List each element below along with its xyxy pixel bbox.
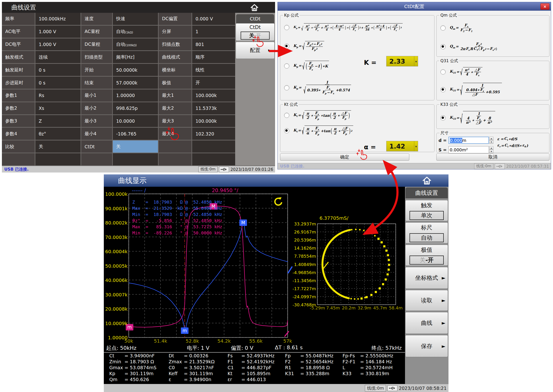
settings-label-cell xyxy=(159,140,191,153)
settings-value-cell[interactable] xyxy=(36,153,80,165)
settings-value-cell[interactable]: 顺序 xyxy=(192,51,236,63)
settings-value-cell[interactable]: 11.5373k xyxy=(192,102,236,114)
radio-q31[interactable] xyxy=(440,87,446,92)
ctdt-toggle-button[interactable]: CtDt 关-开 xyxy=(236,23,275,41)
settings-value-cell[interactable]: 801 xyxy=(192,38,236,50)
cable-length-badge: 线缆:0m xyxy=(474,163,493,169)
sidebar-button-extremum[interactable]: 极值关-开 xyxy=(405,245,448,266)
ctdt-config-button[interactable]: 配置 ► xyxy=(236,42,275,59)
radio-kp[interactable] xyxy=(284,25,289,30)
d-input[interactable]: 0.000m xyxy=(448,137,489,144)
s-input[interactable]: 0.000m² xyxy=(448,146,489,153)
settings-value-cell[interactable] xyxy=(113,153,158,165)
settings-value-cell[interactable]: 线性 xyxy=(192,64,236,76)
extremum-toggle-box[interactable]: 关-开 xyxy=(409,256,444,265)
settings-value-cell[interactable] xyxy=(192,153,236,165)
settings-value-cell[interactable]: 关 xyxy=(113,140,158,153)
settings-value-cell[interactable]: 0 s xyxy=(36,64,80,76)
settings-label-cell: CtDt xyxy=(81,140,112,153)
radio-q31[interactable] xyxy=(440,69,446,75)
main-y-tick: 10.0009k xyxy=(104,321,128,326)
settings-value-cell[interactable]: 0.000 V xyxy=(192,13,236,25)
result-item: Kp= 301.119m xyxy=(109,371,153,376)
settings-value-cell[interactable]: 1.00000 xyxy=(113,90,158,102)
dialog-title: CtDt配置 xyxy=(404,3,424,10)
trigger-value-box[interactable]: 单次 xyxy=(409,211,444,220)
settings-label-cell xyxy=(2,153,35,165)
ctdt-toggle-box[interactable]: 关-开 xyxy=(241,32,270,40)
settings-value-cell[interactable]: 1.000 V xyxy=(36,26,80,38)
settings-value-cell[interactable]: Rs xyxy=(36,90,80,102)
result-item: Dt= 0.00326 xyxy=(169,353,208,358)
settings-label-cell xyxy=(81,153,112,165)
settings-value-cell[interactable]: 连续 xyxy=(36,51,80,63)
settings-value-cell[interactable] xyxy=(192,140,236,153)
sidebar-button-trigger[interactable]: 触发单次 xyxy=(405,200,448,221)
sidebar-button-coord-format[interactable]: 坐标格式► xyxy=(405,267,448,289)
refresh-icon[interactable] xyxy=(273,196,284,207)
settings-value-cell[interactable]: 998.625p xyxy=(113,102,158,114)
settings-value-cell[interactable]: θz° xyxy=(36,128,80,140)
s-spinner[interactable]: ▲▼ xyxy=(489,146,493,153)
k33-options: K33=√14π²∗Fs△F+8π² xyxy=(438,108,548,128)
home-icon[interactable] xyxy=(422,175,432,186)
circle-x-tick: 7.45m xyxy=(326,305,340,310)
close-icon[interactable]: × xyxy=(540,3,549,10)
radio-kp[interactable] xyxy=(284,63,289,69)
settings-value-cell[interactable]: 频率[Hz] xyxy=(113,51,158,63)
settings-value-cell[interactable]: 100.000kHz xyxy=(36,13,80,25)
sidebar-button-ruler[interactable]: 标尺自动 xyxy=(405,222,448,244)
settings-value-cell[interactable]: 100.000k xyxy=(192,115,236,127)
radio-qm[interactable] xyxy=(440,44,446,49)
settings-value-cell[interactable]: 开 xyxy=(192,77,236,89)
radio-kp[interactable] xyxy=(284,85,289,91)
settings-value-cell[interactable]: 100.000k xyxy=(192,90,236,102)
curve-settings-title: 曲线设置 xyxy=(11,3,36,12)
settings-label-cell: 步进延时 xyxy=(2,77,35,89)
settings-value-cell[interactable]: 10.0000 xyxy=(113,115,158,127)
alpha-value-dropdown[interactable]: 1.42 ▼ xyxy=(386,141,418,151)
radio-qm[interactable] xyxy=(440,25,446,31)
settings-label-cell: 参数4 xyxy=(2,128,35,140)
settings-value-cell[interactable]: 自动(100kΩ) xyxy=(113,38,158,50)
settings-value-cell[interactable]: Xs xyxy=(36,102,80,114)
main-x-tick: 55.6k xyxy=(249,338,262,344)
radio-kt[interactable] xyxy=(284,128,289,133)
cancel-button[interactable]: 取消 xyxy=(436,154,549,161)
settings-value-cell[interactable]: 快速 xyxy=(113,13,158,25)
svg-text:m: m xyxy=(127,324,132,329)
circle-y-tick: -11.3456m xyxy=(291,278,316,283)
settings-value-cell[interactable]: 自动(1kΩ) xyxy=(113,26,158,38)
settings-value-cell[interactable]: 关 xyxy=(36,140,80,153)
ruler-value-box[interactable]: 自动 xyxy=(409,233,444,242)
settings-value-cell[interactable]: 57.0000k xyxy=(113,77,158,89)
settings-value-cell[interactable]: 102.320 xyxy=(192,128,236,140)
settings-value-cell[interactable]: 0 s xyxy=(36,77,80,89)
group-qm: Qm 公式 Qm=FsF2−F1Qm=Fp22πFsRCT(Fp2−Fs2) xyxy=(436,13,549,57)
curve-display-statusbar: 线缆:0m 2023/10/07 08:58:21 xyxy=(104,384,448,392)
radio-k33[interactable] xyxy=(440,115,446,120)
settings-value-cell[interactable]: -106.765 xyxy=(113,128,158,140)
sidebar-button-read[interactable]: 读取► xyxy=(405,290,448,311)
settings-value-cell[interactable]: Z xyxy=(36,115,80,127)
d-spinner[interactable]: ▲▼ xyxy=(489,137,493,144)
qm-options: Qm=FsF2−F1Qm=Fp22πFsRCT(Fp2−Fs2) xyxy=(438,19,548,56)
sidebar-button-save[interactable]: 保存► xyxy=(405,335,448,357)
settings-label-cell: 极值 xyxy=(159,77,191,89)
curve-settings-sidebar: CtDt CtDt 关-开 配置 ► xyxy=(235,13,275,165)
circle-y-tick: 7.78554m xyxy=(291,254,316,259)
radio-kp[interactable] xyxy=(284,44,289,49)
sidebar-header-curve-settings[interactable]: 曲线设置 xyxy=(405,188,448,198)
settings-label-cell: 最大3 xyxy=(159,115,191,127)
svg-text:m: m xyxy=(182,328,187,333)
settings-value-cell[interactable]: 50.0000k xyxy=(113,64,158,76)
radio-kt[interactable] xyxy=(284,113,289,118)
settings-label-cell: 比较 xyxy=(2,140,35,153)
ok-button[interactable]: 确定 xyxy=(280,154,409,161)
settings-value-cell[interactable]: 1 xyxy=(192,26,236,38)
settings-value-cell[interactable]: 1.000 V xyxy=(36,38,80,50)
sidebar-button-curve[interactable]: 曲线► xyxy=(405,312,448,334)
k-value-dropdown[interactable]: 2.33 ▼ xyxy=(386,56,418,66)
home-icon[interactable] xyxy=(249,3,260,12)
circle-x-tick: 32.9m xyxy=(358,305,371,310)
